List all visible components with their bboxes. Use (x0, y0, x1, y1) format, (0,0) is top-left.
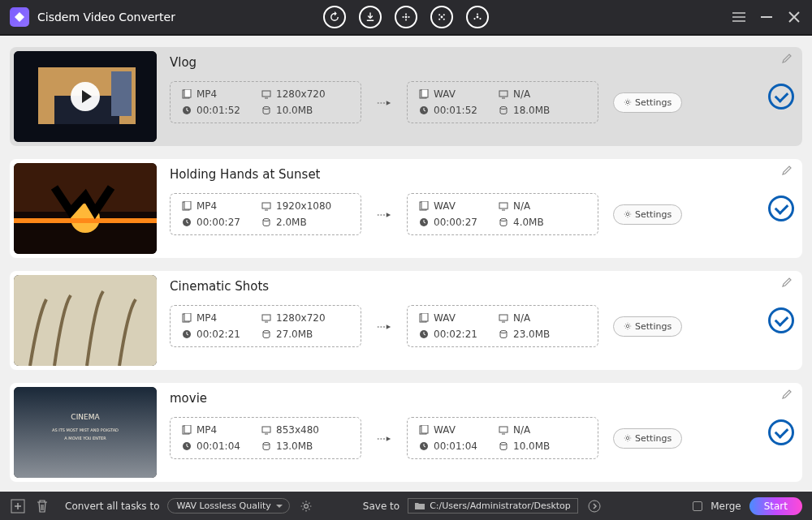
svg-point-8 (438, 19, 440, 20)
svg-point-13 (479, 18, 481, 19)
svg-point-28 (626, 101, 628, 103)
svg-rect-25 (499, 91, 508, 97)
src-info-box: MP41280x72000:01:5210.0MB (170, 81, 361, 123)
svg-rect-67 (499, 427, 508, 432)
film-icon[interactable] (430, 6, 453, 28)
video-name: movie (170, 391, 755, 406)
edit-icon[interactable] (781, 164, 794, 177)
settings-button[interactable]: Settings (613, 316, 682, 337)
svg-point-64 (263, 443, 270, 445)
conversion-row[interactable]: Holding Hands at SunsetMP41920x108000:00… (10, 159, 802, 258)
resolution-label: N/A (513, 312, 530, 324)
duration-label: 00:01:04 (197, 440, 240, 452)
dst-info-box: WAVN/A00:02:2123.0MB (407, 305, 598, 347)
play-icon[interactable] (71, 82, 100, 111)
minimize-icon[interactable] (758, 9, 775, 25)
video-thumbnail[interactable] (14, 163, 157, 254)
task-checkbox[interactable] (768, 307, 794, 333)
size-label: 10.0MB (276, 105, 313, 116)
duration-label: 00:00:27 (434, 217, 477, 228)
svg-rect-46 (184, 313, 191, 321)
src-info-box: MP4853x48000:01:0413.0MB (170, 417, 361, 459)
svg-point-4 (408, 16, 409, 18)
svg-rect-24 (421, 89, 428, 97)
edit-icon[interactable] (781, 52, 794, 65)
resolution-label: 1280x720 (276, 312, 326, 324)
conversion-row[interactable]: VlogMP41280x72000:01:5210.0MBWAVN/A00:01… (10, 47, 802, 146)
svg-point-9 (443, 19, 445, 20)
footer-settings-icon[interactable] (298, 498, 314, 514)
reel-icon[interactable] (395, 6, 417, 28)
download-icon[interactable] (359, 6, 382, 28)
add-file-button[interactable] (10, 498, 26, 514)
svg-point-10 (477, 16, 479, 19)
merge-label: Merge (710, 501, 741, 512)
duration-label: 00:00:27 (197, 217, 240, 228)
conversion-row[interactable]: CINEMAAS ITS MOST MIST AND POIGTADA MOVI… (10, 383, 802, 482)
close-icon[interactable] (786, 9, 802, 25)
convert-icon[interactable] (323, 6, 346, 28)
conversion-row[interactable]: Cinematic ShotsMP41280x72000:02:2127.0MB… (10, 271, 802, 370)
browse-button[interactable] (586, 498, 603, 514)
src-info-box: MP41280x72000:02:2127.0MB (170, 305, 361, 347)
folder-icon (415, 502, 425, 510)
video-thumbnail[interactable]: CINEMAAS ITS MOST MIST AND POIGTADA MOVI… (14, 387, 157, 478)
duration-label: 00:01:52 (434, 105, 477, 116)
task-checkbox[interactable] (768, 84, 794, 110)
svg-rect-61 (184, 425, 191, 433)
format-label: MP4 (197, 88, 217, 100)
svg-point-70 (626, 436, 628, 439)
svg-point-42 (500, 219, 507, 221)
svg-point-54 (500, 331, 507, 333)
svg-point-12 (473, 18, 475, 19)
svg-rect-51 (421, 313, 428, 321)
svg-point-6 (438, 14, 440, 15)
edit-icon[interactable] (781, 388, 794, 401)
svg-rect-62 (262, 427, 270, 432)
duration-label: 00:01:52 (197, 105, 240, 116)
task-checkbox[interactable] (768, 196, 794, 221)
svg-text:A MOVIE YOU ENTER: A MOVIE YOU ENTER (64, 436, 106, 440)
arrow-icon (376, 319, 392, 334)
resolution-label: N/A (513, 88, 530, 100)
output-format-select[interactable]: WAV Lossless Quality (167, 498, 289, 514)
svg-rect-20 (262, 91, 270, 97)
svg-rect-52 (499, 315, 508, 320)
footer: Convert all tasks to WAV Lossless Qualit… (0, 492, 812, 520)
edit-icon[interactable] (781, 276, 794, 289)
dst-info-box: WAVN/A00:01:0410.0MB (407, 417, 598, 459)
format-label: MP4 (197, 424, 217, 436)
svg-point-72 (304, 504, 308, 508)
svg-rect-19 (184, 89, 191, 97)
svg-rect-47 (262, 315, 270, 320)
settings-button[interactable]: Settings (613, 428, 682, 449)
trash-icon[interactable] (34, 498, 50, 514)
svg-point-1 (405, 13, 407, 15)
svg-point-5 (441, 16, 443, 19)
start-button[interactable]: Start (749, 497, 802, 515)
svg-rect-56 (14, 387, 157, 478)
media-icon[interactable] (466, 6, 489, 28)
duration-label: 00:01:04 (434, 440, 477, 452)
format-label: MP4 (197, 200, 217, 212)
size-label: 18.0MB (513, 105, 550, 116)
format-label: WAV (434, 312, 456, 324)
merge-checkbox[interactable] (693, 501, 702, 511)
svg-point-2 (405, 19, 407, 20)
menu-icon[interactable] (731, 9, 747, 25)
svg-point-43 (626, 213, 628, 215)
svg-point-11 (477, 13, 478, 15)
video-name: Cinematic Shots (170, 279, 755, 294)
video-name: Holding Hands at Sunset (170, 167, 755, 182)
conversion-list: VlogMP41280x72000:01:5210.0MBWAVN/A00:01… (0, 36, 812, 490)
video-thumbnail[interactable] (14, 275, 157, 366)
format-label: WAV (434, 200, 456, 212)
settings-button[interactable]: Settings (613, 204, 682, 225)
save-path-field[interactable]: C:/Users/Administrator/Desktop (408, 498, 578, 514)
task-checkbox[interactable] (768, 419, 794, 445)
arrow-icon (376, 207, 392, 222)
settings-button[interactable]: Settings (613, 92, 682, 113)
size-label: 13.0MB (276, 440, 313, 452)
svg-rect-40 (499, 203, 508, 208)
video-thumbnail[interactable] (14, 51, 157, 142)
